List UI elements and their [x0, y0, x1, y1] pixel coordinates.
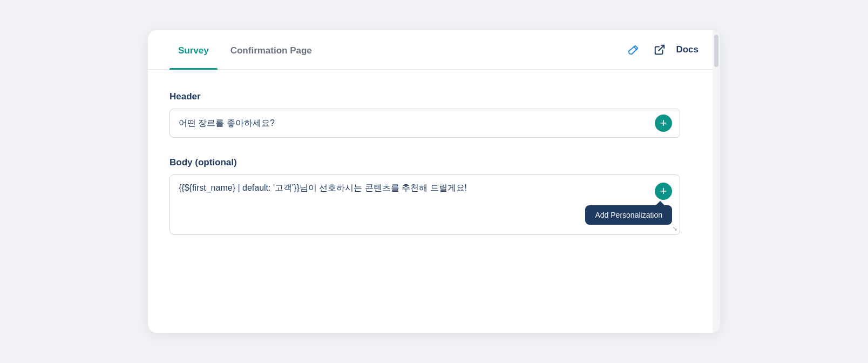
tab-survey[interactable]: Survey — [169, 30, 218, 69]
content-area: Header + Body (optional) <span class="va… — [148, 70, 713, 276]
body-textarea[interactable]: <span class="var-text">{{${first_name} |… — [170, 175, 680, 234]
body-label: Body (optional) — [169, 157, 680, 168]
body-section: Body (optional) <span class="var-text">{… — [169, 157, 680, 235]
svg-line-1 — [659, 45, 664, 51]
header-section: Header + — [169, 91, 680, 138]
body-input-wrapper: <span class="var-text">{{${first_name} |… — [169, 174, 680, 235]
tab-confirmation[interactable]: Confirmation Page — [222, 30, 321, 69]
header-add-personalization-btn[interactable]: + — [655, 115, 672, 132]
header-input-wrapper: + — [169, 109, 680, 138]
add-personalization-tooltip: Add Personalization — [585, 205, 672, 225]
body-add-personalization-btn[interactable]: + — [655, 183, 672, 200]
body-personalization-btn-container: + Add Personalization — [655, 183, 672, 200]
scrollbar-track[interactable] — [713, 30, 720, 333]
scrollbar-thumb — [714, 35, 718, 67]
tab-bar-right: Docs — [624, 40, 699, 59]
magic-wand-icon[interactable] — [624, 40, 643, 59]
docs-button[interactable]: Docs — [676, 44, 699, 55]
tab-bar: Survey Confirmation Page Docs — [148, 30, 720, 70]
header-label: Header — [169, 91, 680, 102]
external-link-icon[interactable] — [650, 40, 669, 59]
resize-handle[interactable]: ↘ — [672, 225, 677, 232]
main-card: Survey Confirmation Page Docs — [148, 30, 720, 333]
header-input[interactable] — [170, 109, 680, 137]
